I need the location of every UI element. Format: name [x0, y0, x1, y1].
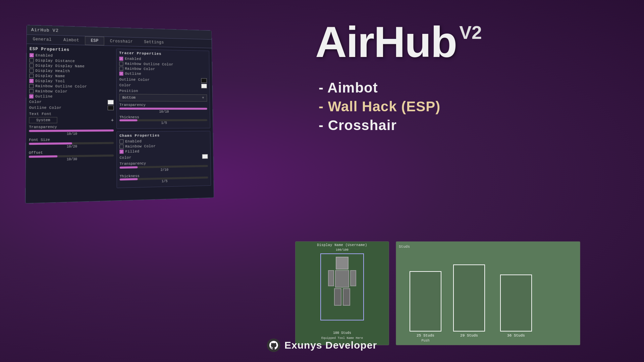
chams-color-label: Color	[119, 156, 131, 160]
rainbow-outline-color-checkbox[interactable]	[29, 84, 34, 88]
feature-crosshair: - Crosshair	[319, 117, 440, 133]
tracer-transparency-fill	[119, 108, 207, 110]
tracer-outline-checkbox[interactable]	[119, 72, 123, 76]
tracer-transparency-track[interactable]	[119, 108, 207, 110]
char-left-arm	[328, 270, 334, 286]
display-display-name-checkbox[interactable]	[30, 63, 34, 67]
logo-area: AirHub V2	[315, 20, 482, 64]
main-panel: AirHub V2 General Aimbot ESP Crosshair S…	[25, 25, 214, 203]
color-swatch[interactable]	[108, 100, 114, 105]
font-size-slider-row: Font Size 10/20	[29, 137, 114, 149]
display-distance-checkbox[interactable]	[30, 58, 34, 62]
footer: Exunys Developer	[267, 339, 377, 352]
right-properties-column: Tracer Properties Enabled Rainbow Outlin…	[116, 49, 211, 191]
tracer-position-label: Position	[119, 89, 207, 94]
tracer-transparency-label: Transparency	[119, 103, 207, 107]
panel-wrapper: AirHub V2 General Aimbot ESP Crosshair S…	[25, 25, 214, 203]
tracer-properties-section: Tracer Properties Enabled Rainbow Outlin…	[116, 49, 210, 129]
rainbow-color-row: Rainbow Color	[29, 89, 114, 94]
tab-esp[interactable]: ESP	[85, 36, 104, 45]
players-preview: Studs 25 Studs Push 29 Studs 36 Studs	[396, 241, 580, 345]
chams-filled-row: Filled	[119, 148, 208, 154]
display-tool-row: Display Tool	[29, 79, 113, 84]
tracer-outline-label: Outline	[125, 72, 141, 76]
chams-rainbow-color-row: Rainbow Color	[119, 144, 208, 149]
tracer-enabled-label: Enabled	[125, 57, 141, 61]
char-right-leg	[343, 288, 350, 306]
chams-enabled-label: Enabled	[125, 139, 142, 144]
outline-label: Outline	[35, 94, 53, 99]
rainbow-color-label: Rainbow Color	[35, 89, 67, 94]
offset-slider-row: Offset 10/30	[29, 150, 114, 162]
rainbow-outline-color-row: Rainbow Outline Color	[29, 84, 114, 89]
tracer-outline-color-swatch[interactable]	[201, 78, 207, 83]
esp-display-name-label: Display Name (Username)	[317, 243, 367, 247]
esp-enabled-checkbox[interactable]	[30, 53, 34, 57]
player-card-2: 29 Studs	[453, 264, 485, 331]
text-font-row: Text Font	[29, 112, 114, 116]
color-label: Color	[29, 100, 42, 104]
display-tool-checkbox[interactable]	[29, 79, 34, 83]
chams-filled-checkbox[interactable]	[119, 149, 123, 154]
tab-crosshair[interactable]: Crosshair	[104, 37, 139, 46]
tracer-outline-color-row: Outline Color	[119, 77, 207, 83]
tab-aimbot[interactable]: Aimbot	[57, 36, 85, 45]
char-right-arm	[350, 270, 356, 286]
player-2-studs: 29 Studs	[460, 334, 478, 338]
char-head	[336, 257, 348, 269]
outline-color-swatch[interactable]	[108, 106, 114, 110]
chams-color-row: Color	[119, 154, 208, 160]
display-display-name-label: Display Display Name	[36, 64, 85, 68]
font-size-label: Font Size	[29, 137, 114, 142]
chams-thickness-row: Thickness 1/5	[120, 173, 208, 184]
display-health-label: Display Health	[35, 69, 70, 73]
chams-rainbow-color-label: Rainbow Color	[125, 144, 156, 148]
tracer-rainbow-color-label: Rainbow Color	[125, 67, 155, 71]
tracer-position-select[interactable]: Bottom +	[119, 94, 207, 102]
panel-body: ESP Properties Enabled Display Distance …	[25, 44, 214, 196]
chams-properties-section: Chams Properties Enabled Rainbow Color F…	[116, 131, 211, 188]
offset-value: 10/30	[29, 157, 114, 162]
font-plus-button[interactable]: +	[111, 117, 114, 123]
player-1-studs: 25 Studs	[417, 334, 434, 338]
chams-color-swatch[interactable]	[202, 154, 208, 159]
chams-transparency-fill	[120, 166, 138, 169]
tracer-rainbow-color-checkbox[interactable]	[119, 67, 123, 71]
outline-color-label: Outline Color	[29, 106, 62, 110]
chams-rainbow-color-checkbox[interactable]	[119, 144, 123, 148]
tracer-enabled-checkbox[interactable]	[119, 57, 123, 61]
outline-color-row: Outline Color	[29, 105, 114, 110]
transparency-value: 10/10	[29, 132, 114, 136]
footer-text: Exunys Developer	[284, 340, 377, 351]
rainbow-color-checkbox[interactable]	[29, 89, 34, 93]
display-health-checkbox[interactable]	[30, 69, 34, 73]
display-tool-label: Display Tool	[35, 79, 65, 83]
right-side: AirHub V2 - Aimbot - Wall Hack (ESP) - C…	[275, 0, 644, 362]
tracer-outline-row: Outline	[119, 72, 207, 77]
tracer-color-swatch[interactable]	[201, 84, 207, 88]
display-name-label: Display Name	[35, 74, 65, 78]
tracer-thickness-label: Thickness	[119, 115, 207, 119]
chams-enabled-checkbox[interactable]	[119, 139, 123, 143]
transparency-label: Transparency	[29, 125, 114, 129]
font-value[interactable]: System	[29, 117, 57, 123]
tracer-rainbow-outline-row: Rainbow Outline Color	[119, 62, 207, 67]
char-upper-body	[328, 270, 356, 288]
tracer-outline-color-label: Outline Color	[119, 77, 150, 82]
tracer-color-row: Color	[119, 83, 207, 88]
display-name-checkbox[interactable]	[29, 74, 34, 78]
tracer-rainbow-outline-checkbox[interactable]	[119, 62, 123, 66]
tracer-enabled-row: Enabled	[119, 57, 206, 62]
previews-area: Display Name (Username) 100/100 100 Stud…	[295, 241, 580, 345]
tab-general[interactable]: General	[27, 35, 58, 45]
esp-enabled-label: Enabled	[36, 53, 53, 58]
player-card-1: 25 Studs Push	[410, 271, 441, 331]
tracer-title: Tracer Properties	[119, 51, 206, 57]
esp-properties-title: ESP Properties	[30, 47, 114, 53]
github-icon	[267, 339, 280, 352]
tab-settings[interactable]: Settings	[139, 38, 169, 47]
esp-enabled-row: Enabled	[30, 53, 114, 59]
tracer-thickness-track[interactable]	[119, 119, 207, 121]
tracer-thickness-row: Thickness 1/5	[119, 115, 207, 125]
outline-checkbox[interactable]	[29, 94, 34, 98]
